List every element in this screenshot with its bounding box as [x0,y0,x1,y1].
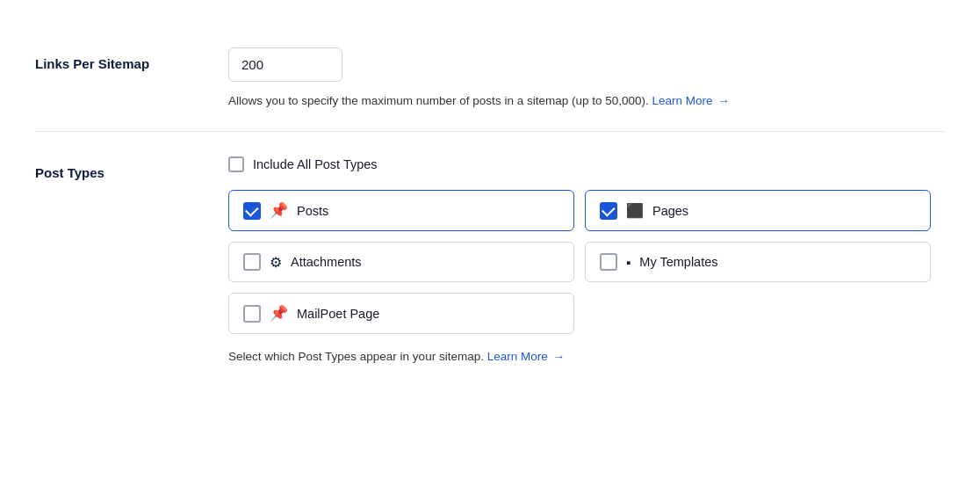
post-type-pages[interactable]: ⬛ Pages [585,190,931,231]
include-all-row[interactable]: Include All Post Types [228,156,945,172]
post-types-content: Include All Post Types 📌 Posts ⬛ Pages [228,156,945,363]
links-per-sitemap-label: Links Per Sitemap [35,47,228,71]
my-templates-icon: ▪ [626,255,631,270]
pages-icon: ⬛ [626,202,644,219]
include-all-label: Include All Post Types [253,157,378,171]
post-types-grid: 📌 Posts ⬛ Pages ⚙ Attachments [228,190,931,334]
post-type-mailpoet-page[interactable]: 📌 MailPoet Page [228,293,574,334]
mailpoet-page-icon: 📌 [270,304,288,323]
mailpoet-page-label: MailPoet Page [297,307,379,321]
mailpoet-page-checkbox[interactable] [243,305,261,323]
posts-icon: 📌 [270,201,288,220]
my-templates-label: My Templates [639,255,717,269]
pages-checkbox[interactable] [600,202,617,220]
post-types-footer: Select which Post Types appear in your s… [228,350,945,363]
include-all-checkbox[interactable] [228,156,244,172]
post-type-posts[interactable]: 📌 Posts [228,190,574,231]
links-per-sitemap-input[interactable] [228,47,342,82]
post-types-label: Post Types [35,156,228,180]
post-type-attachments[interactable]: ⚙ Attachments [228,242,574,282]
my-templates-checkbox[interactable] [600,253,617,271]
attachments-label: Attachments [291,255,362,269]
links-per-sitemap-help: Allows you to specify the maximum number… [228,92,945,110]
post-type-my-templates[interactable]: ▪ My Templates [585,242,931,282]
posts-checkbox[interactable] [243,202,261,220]
pages-label: Pages [652,204,688,218]
posts-label: Posts [297,204,328,218]
links-per-sitemap-content: Allows you to specify the maximum number… [228,47,945,110]
post-types-learn-more[interactable]: Learn More → [487,350,565,363]
links-per-sitemap-learn-more[interactable]: Learn More → [652,94,730,107]
attachments-icon: ⚙ [270,254,282,271]
attachments-checkbox[interactable] [243,253,261,271]
